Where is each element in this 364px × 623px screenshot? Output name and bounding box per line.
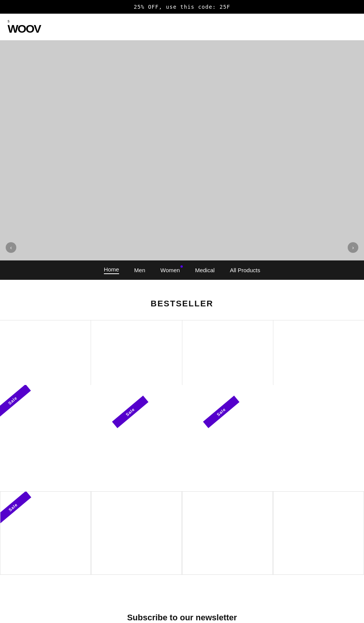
nav-home[interactable]: Home <box>104 266 119 274</box>
newsletter-title: Subscribe to our newsletter <box>8 613 356 623</box>
product-card-4[interactable] <box>273 385 364 491</box>
partial-product-card-2[interactable] <box>91 491 182 575</box>
product-card[interactable] <box>91 320 182 385</box>
bestseller-section: BESTSELLER <box>0 280 364 320</box>
product-row-1 <box>0 320 364 385</box>
hero-prev-arrow[interactable]: ‹ <box>6 242 16 253</box>
nav-medical[interactable]: Medical <box>195 267 215 273</box>
product-card[interactable] <box>273 320 364 385</box>
nav-men[interactable]: Men <box>134 267 145 273</box>
products-section: Sale Sale Sale Sale <box>0 320 364 575</box>
logo[interactable]: s WOOV <box>8 19 41 35</box>
hero-next-arrow[interactable]: › <box>348 242 358 253</box>
main-nav: Home Men Women Medical All Products <box>0 260 364 280</box>
sale-badge-1: Sale <box>0 385 31 417</box>
product-card-sale-3[interactable]: Sale <box>182 385 273 491</box>
nav-all-products[interactable]: All Products <box>230 267 260 273</box>
partial-product-card-3[interactable] <box>182 491 273 575</box>
product-row-2: Sale Sale Sale <box>0 385 364 491</box>
sale-badge-3: Sale <box>203 396 239 428</box>
newsletter-section: Subscribe to our newsletter Promotions, … <box>0 590 364 623</box>
hero-image: ‹ › <box>0 40 364 260</box>
product-card-sale-2[interactable]: Sale <box>91 385 182 491</box>
logo-main: WOOV <box>8 22 41 35</box>
bestseller-title: BESTSELLER <box>0 299 364 309</box>
banner-text: 25% OFF, use this code: 25F <box>134 4 231 10</box>
header: s WOOV <box>0 14 364 40</box>
partial-product-row: Sale <box>0 491 364 575</box>
top-banner: 25% OFF, use this code: 25F <box>0 0 364 14</box>
sale-badge-partial: Sale <box>0 491 31 524</box>
partial-product-card-1[interactable]: Sale <box>0 491 91 575</box>
product-card[interactable] <box>0 320 91 385</box>
partial-product-card-4[interactable] <box>273 491 364 575</box>
product-card[interactable] <box>182 320 273 385</box>
product-card-sale-1[interactable]: Sale <box>0 385 91 491</box>
sale-badge-2: Sale <box>112 396 148 428</box>
nav-women[interactable]: Women <box>160 267 180 273</box>
